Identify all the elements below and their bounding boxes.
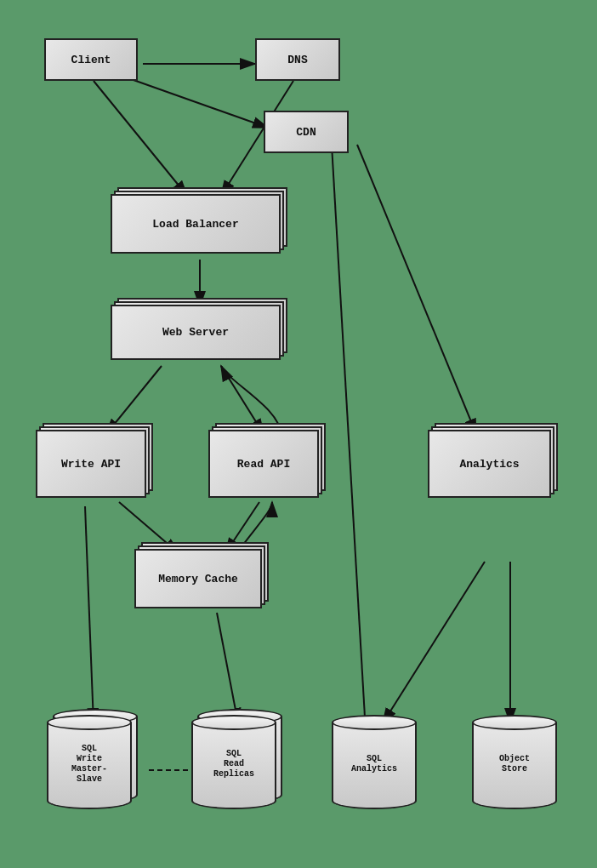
cdn-box: CDN	[264, 111, 349, 153]
svg-line-6	[332, 145, 366, 732]
read-api-box: Read API	[208, 430, 319, 498]
load-balancer-box: Load Balancer	[111, 194, 281, 254]
svg-line-17	[357, 145, 476, 434]
sql-write-cylinder: SQLWriteMaster-Slave	[47, 715, 132, 817]
dns-box: DNS	[255, 38, 340, 81]
svg-line-12	[85, 506, 94, 723]
web-server-box: Web Server	[111, 305, 281, 360]
svg-line-3	[119, 75, 268, 128]
write-api-box: Write API	[36, 430, 146, 498]
sql-analytics-cylinder: SQLAnalytics	[332, 715, 417, 817]
svg-line-13	[217, 613, 238, 723]
diagram-container: Client DNS CDN Load Balancer Web Server …	[0, 0, 597, 868]
svg-line-4	[94, 81, 187, 196]
svg-line-15	[383, 562, 485, 723]
analytics-box: Analytics	[428, 430, 551, 498]
object-store-cylinder: ObjectStore	[472, 715, 557, 817]
memory-cache-box: Memory Cache	[134, 549, 262, 608]
sql-read-cylinder: SQLReadReplicas	[191, 715, 276, 817]
client-box: Client	[44, 38, 138, 81]
